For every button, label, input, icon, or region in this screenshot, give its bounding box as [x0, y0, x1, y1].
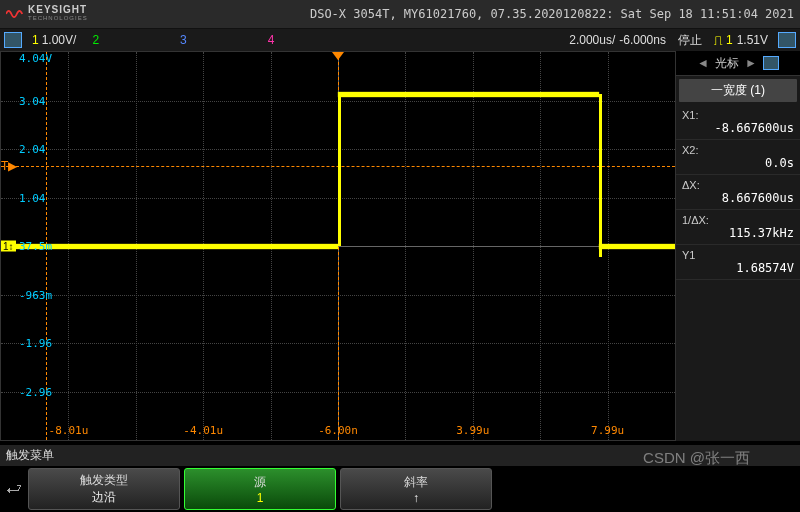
main-area: 1↕ T▶ 4.04V 3.04 2.04 1.04 37.5m -963m -… [0, 51, 800, 441]
y-tick: 37.5m [19, 240, 52, 253]
bottom-menu: 触发菜单 ⮐ 触发类型边沿源1斜率↑ [0, 445, 800, 512]
chevron-left-icon[interactable]: ◄ [697, 56, 709, 70]
softkey-斜率[interactable]: 斜率↑ [340, 468, 492, 510]
device-info: DSO-X 3054T, MY61021760, 07.35.202012082… [96, 7, 794, 21]
trigger-position-icon [332, 52, 344, 60]
softkey-label: 源 [254, 474, 266, 491]
cursor-readout: Y11.68574V [676, 245, 800, 280]
delay[interactable]: -6.000ns [619, 33, 666, 47]
softkey-value: 边沿 [92, 489, 116, 506]
trigger-channel[interactable]: 1 [726, 33, 733, 47]
y-tick: 3.04 [19, 94, 46, 107]
softkey-value: ↑ [413, 491, 419, 505]
menu-icon-right[interactable] [778, 32, 796, 48]
ch1-scale: 1.00V/ [42, 33, 77, 47]
cursor-readout: ΔX:8.667600us [676, 175, 800, 210]
readout-value: 115.37kHz [682, 226, 794, 240]
ch1-num: 1 [32, 33, 39, 47]
channel-bar: 1 1.00V/ 2 3 4 2.000us/ -6.000ns 停止 ⎍ 1 … [0, 29, 800, 51]
y-tick: 1.04 [19, 191, 46, 204]
keysight-wave-icon [6, 7, 24, 21]
cursor-readout: X2:0.0s [676, 140, 800, 175]
title-bar: KEYSIGHT TECHNOLOGIES DSO-X 3054T, MY610… [0, 0, 800, 29]
readout-label: X2: [682, 144, 794, 156]
cursor-readout: 1/ΔX:115.37kHz [676, 210, 800, 245]
channel-1[interactable]: 1 1.00V/ [26, 33, 82, 47]
y-tick: -1.96 [19, 337, 52, 350]
timebase[interactable]: 2.000us/ [569, 33, 615, 47]
x-tick: 7.99u [591, 424, 624, 437]
softkey-触发类型[interactable]: 触发类型边沿 [28, 468, 180, 510]
run-status[interactable]: 停止 [678, 32, 702, 49]
ch1-ground-indicator: 1↕ [1, 241, 16, 252]
readout-label: Y1 [682, 249, 794, 261]
softkey-label: 斜率 [404, 474, 428, 491]
softkey-label: 触发类型 [80, 472, 128, 489]
x-tick: 3.99u [456, 424, 489, 437]
cursor-panel: ◄ 光标 ► 一宽度 (1) X1:-8.667600usX2:0.0sΔX:8… [676, 51, 800, 441]
cursor-mode-tab[interactable]: 一宽度 (1) [679, 79, 797, 102]
x-tick: -6.00n [318, 424, 358, 437]
readout-value: 0.0s [682, 156, 794, 170]
brand-logo: KEYSIGHT TECHNOLOGIES [6, 5, 88, 23]
brand-sub: TECHNOLOGIES [28, 14, 88, 23]
menu-title: 触发菜单 [0, 445, 800, 466]
cursor-title: 光标 [715, 55, 739, 72]
chevron-right-icon[interactable]: ► [745, 56, 757, 70]
y-tick: 4.04V [19, 51, 52, 64]
readout-value: 1.68574V [682, 261, 794, 275]
cursor-panel-header: ◄ 光标 ► [676, 51, 800, 76]
x-tick: -8.01u [49, 424, 89, 437]
back-arrow-icon[interactable]: ⮐ [4, 468, 24, 510]
channel-3[interactable]: 3 [174, 33, 193, 47]
trigger-level[interactable]: 1.51V [737, 33, 768, 47]
softkey-源[interactable]: 源1 [184, 468, 336, 510]
y-tick: -2.96 [19, 385, 52, 398]
readout-label: X1: [682, 109, 794, 121]
brand-name: KEYSIGHT [28, 5, 88, 14]
softkey-value: 1 [257, 491, 264, 505]
trigger-edge-icon: ⎍ [714, 32, 722, 48]
panel-menu-icon[interactable] [763, 56, 779, 70]
readout-value: -8.667600us [682, 121, 794, 135]
readout-value: 8.667600us [682, 191, 794, 205]
waveform-plot[interactable]: 1↕ T▶ 4.04V 3.04 2.04 1.04 37.5m -963m -… [0, 51, 676, 441]
y-tick: -963m [19, 288, 52, 301]
readout-label: ΔX: [682, 179, 794, 191]
cursor-readout: X1:-8.667600us [676, 105, 800, 140]
y-tick: 2.04 [19, 143, 46, 156]
trigger-level-indicator: T▶ [1, 159, 17, 173]
channel-2[interactable]: 2 [86, 33, 105, 47]
x-tick: -4.01u [183, 424, 223, 437]
channel-4[interactable]: 4 [262, 33, 281, 47]
menu-icon[interactable] [4, 32, 22, 48]
readout-label: 1/ΔX: [682, 214, 794, 226]
